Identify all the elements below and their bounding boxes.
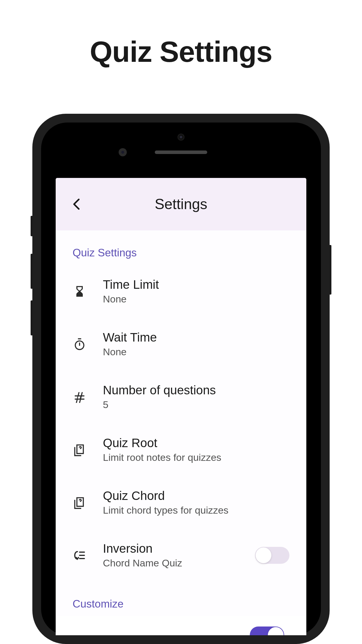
partial-toggle-on[interactable] <box>250 626 284 635</box>
setting-time-limit[interactable]: Time Limit None <box>73 265 289 318</box>
app-screen: Settings Quiz Settings Time Limit None <box>56 178 306 635</box>
setting-title: Number of questions <box>103 383 289 397</box>
volume-up-button <box>31 254 32 289</box>
setting-quiz-chord[interactable]: Quiz Chord Limit chord types for quizzes <box>73 476 289 529</box>
hourglass-icon <box>73 284 87 298</box>
page-title: Quiz Settings <box>0 0 362 69</box>
question-card-icon <box>73 443 87 457</box>
setting-subtitle: Limit chord types for quizzes <box>103 505 289 516</box>
app-header: Settings <box>56 178 306 230</box>
setting-wait-time[interactable]: Wait Time None <box>73 318 289 370</box>
inversion-icon <box>73 548 87 562</box>
setting-title: Wait Time <box>103 330 289 344</box>
setting-title: Inversion <box>103 542 239 556</box>
setting-title: Quiz Chord <box>103 489 289 503</box>
section-header-quiz: Quiz Settings <box>73 230 289 265</box>
stopwatch-icon <box>73 337 87 351</box>
setting-title: Time Limit <box>103 278 289 292</box>
phone-front-camera <box>119 148 127 156</box>
volume-down-button <box>31 300 32 335</box>
phone-mockup: Settings Quiz Settings Time Limit None <box>32 114 330 644</box>
setting-subtitle: None <box>103 293 289 305</box>
phone-speaker <box>155 150 207 154</box>
inversion-toggle[interactable] <box>255 547 289 564</box>
setting-subtitle: 5 <box>103 399 289 410</box>
power-button <box>330 245 331 295</box>
setting-number-questions[interactable]: Number of questions 5 <box>73 370 289 423</box>
setting-subtitle: Chord Name Quiz <box>103 557 239 569</box>
mute-switch <box>31 216 32 236</box>
settings-content: Quiz Settings Time Limit None <box>56 230 306 616</box>
phone-top-sensor <box>178 134 184 141</box>
app-header-title: Settings <box>70 196 292 213</box>
question-card-icon <box>73 496 87 510</box>
setting-quiz-root[interactable]: Quiz Root Limit root notes for quizzes <box>73 423 289 476</box>
hash-icon <box>73 390 87 404</box>
setting-subtitle: Limit root notes for quizzes <box>103 452 289 463</box>
setting-subtitle: None <box>103 346 289 358</box>
setting-inversion: Inversion Chord Name Quiz <box>73 529 289 582</box>
setting-title: Quiz Root <box>103 436 289 450</box>
section-header-customize: Customize <box>73 582 289 616</box>
